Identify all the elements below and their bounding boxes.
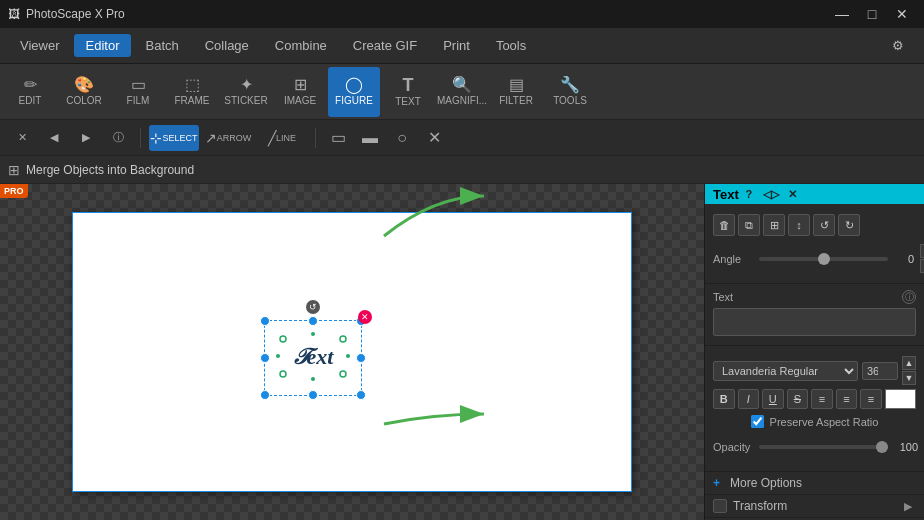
maximize-button[interactable]: □ [858,4,886,24]
tool-film-label: FILM [127,95,150,106]
grid-btn[interactable]: ⊞ [763,214,785,236]
font-size-input[interactable] [862,362,898,380]
action-close[interactable]: ✕ [8,125,36,151]
flip-btn[interactable]: ↕ [788,214,810,236]
panel-close[interactable]: ✕ [783,184,803,204]
format-row: B I U S ≡ ≡ ≡ [713,389,916,409]
handle-tm[interactable] [308,316,318,326]
handle-bl[interactable] [260,390,270,400]
handle-br[interactable] [356,390,366,400]
svg-point-9 [276,354,280,358]
more-options-row[interactable]: + More Options [705,472,924,495]
font-size-down[interactable]: ▼ [902,371,916,385]
handle-tl[interactable] [260,316,270,326]
align-left-btn[interactable]: ≡ [811,389,833,409]
nav-combine[interactable]: Combine [263,34,339,57]
app-icon: 🖼 [8,7,20,21]
angle-up[interactable]: ▲ [920,244,924,258]
angle-slider[interactable] [759,257,888,261]
nav-creategif[interactable]: Create GIF [341,34,429,57]
svg-text:𝒯ext: 𝒯ext [292,344,334,369]
text-info-icon[interactable]: ⓘ [902,290,916,304]
text-input[interactable] [713,308,916,336]
transform-row[interactable]: Transform ▶ [705,495,924,518]
object-close-button[interactable]: ✕ [358,310,372,324]
tool-select[interactable]: ⊹ SELECT [149,125,199,151]
angle-down[interactable]: ▼ [920,259,924,273]
tool-line[interactable]: ╱ LINE [257,125,307,151]
text-color-box[interactable] [885,389,916,409]
tool-magnify[interactable]: 🔍 MAGNIFI... [436,67,488,117]
delete-btn[interactable]: 🗑 [713,214,735,236]
panel-pin[interactable]: ◁▷ [761,184,781,204]
shape-circle[interactable]: ○ [388,125,416,151]
app-title: PhotoScape X Pro [26,7,125,21]
tool-arrow[interactable]: ↗ ARROW [203,125,253,151]
align-right-btn[interactable]: ≡ [860,389,882,409]
handle-ml[interactable] [260,353,270,363]
tool-image[interactable]: ⊞ IMAGE [274,67,326,117]
nav-tools[interactable]: Tools [484,34,538,57]
action-info[interactable]: ⓘ [104,125,132,151]
canvas-area[interactable]: PRO ↺ [0,184,704,520]
tool-filter-label: FILTER [499,95,533,106]
opacity-slider[interactable] [759,445,888,449]
action-back[interactable]: ◀ [40,125,68,151]
rotate-ccw-btn[interactable]: ↺ [813,214,835,236]
transform-expand[interactable]: ▶ [904,500,912,513]
tool-color-label: COLOR [66,95,102,106]
font-section: Lavanderia Regular ▲ ▼ B I U S ≡ ≡ ≡ [705,346,924,472]
handle-bm[interactable] [308,390,318,400]
preserve-aspect-checkbox[interactable] [751,415,764,428]
transform-label: Transform [733,499,787,513]
panel-header-buttons: ? ◁▷ ✕ [739,184,803,204]
shape-x[interactable]: ✕ [420,125,448,151]
merge-label: Merge Objects into Background [26,163,194,177]
color-icon: 🎨 [74,77,94,93]
italic-btn[interactable]: I [738,389,760,409]
font-size-up[interactable]: ▲ [902,356,916,370]
separator-2 [315,128,316,148]
panel-help[interactable]: ? [739,184,759,204]
font-select[interactable]: Lavanderia Regular [713,361,858,381]
rotate-cw-btn[interactable]: ↻ [838,214,860,236]
align-center-btn[interactable]: ≡ [836,389,858,409]
shape-rect[interactable]: ▭ [324,125,352,151]
text-input-section: Text ⓘ [705,284,924,346]
tool-text[interactable]: T TEXT [382,67,434,117]
nav-settings[interactable]: ⚙ [880,34,916,57]
handle-mr[interactable] [356,353,366,363]
tool-sticker[interactable]: ✦ STICKER [220,67,272,117]
canvas-white[interactable]: ↺ 𝒯ext [72,212,632,492]
text-object[interactable]: ↺ 𝒯ext [264,320,362,396]
opacity-value: 100 [894,441,918,453]
tool-magnify-label: MAGNIFI... [437,95,487,106]
tool-frame[interactable]: ⬚ FRAME [166,67,218,117]
rotate-handle[interactable]: ↺ [306,300,320,314]
nav-batch[interactable]: Batch [133,34,190,57]
nav-editor[interactable]: Editor [74,34,132,57]
nav-collage[interactable]: Collage [193,34,261,57]
tool-frame-label: FRAME [175,95,210,106]
underline-btn[interactable]: U [762,389,784,409]
tool-filter[interactable]: ▤ FILTER [490,67,542,117]
arrow-to-figure [374,186,494,246]
minimize-button[interactable]: — [828,4,856,24]
tool-tools[interactable]: 🔧 TOOLS [544,67,596,117]
svg-point-8 [311,377,315,381]
tool-figure[interactable]: ◯ FIGURE [328,67,380,117]
strikethrough-btn[interactable]: S [787,389,809,409]
tool-color[interactable]: 🎨 COLOR [58,67,110,117]
copy-btn[interactable]: ⧉ [738,214,760,236]
tool-edit[interactable]: ✏ EDIT [4,67,56,117]
bold-btn[interactable]: B [713,389,735,409]
angle-slider-row: 0 ▲ ▼ [759,244,924,273]
film-icon: ▭ [131,77,146,93]
transform-checkbox[interactable] [713,499,727,513]
nav-print[interactable]: Print [431,34,482,57]
nav-viewer[interactable]: Viewer [8,34,72,57]
action-forward[interactable]: ▶ [72,125,100,151]
shape-rect-solid[interactable]: ▬ [356,125,384,151]
close-button[interactable]: ✕ [888,4,916,24]
tool-film[interactable]: ▭ FILM [112,67,164,117]
